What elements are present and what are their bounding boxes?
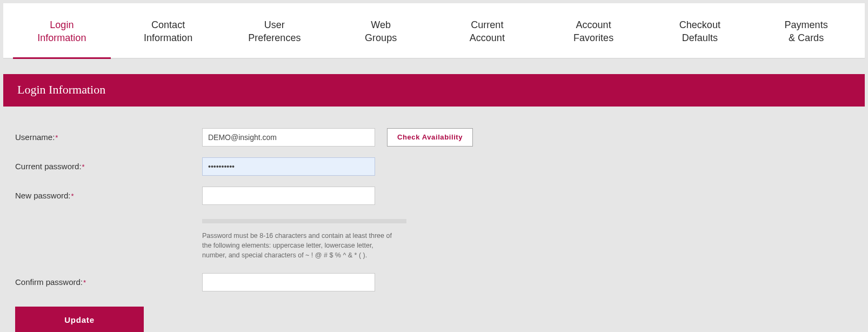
check-availability-button[interactable]: Check Availability: [387, 128, 473, 147]
password-strength-meter: [202, 219, 406, 223]
current-password-label: Current password:*: [3, 162, 202, 171]
tab-user-preferences[interactable]: User Preferences: [222, 3, 328, 58]
tab-payments-cards[interactable]: Payments & Cards: [753, 3, 859, 58]
required-asterisk: *: [83, 278, 86, 287]
username-label: Username:*: [3, 132, 202, 142]
settings-tabs: Login Information Contact Information Us…: [3, 3, 865, 59]
tab-contact-information[interactable]: Contact Information: [115, 3, 222, 58]
confirm-password-label: Confirm password:*: [3, 277, 202, 287]
required-asterisk: *: [55, 134, 58, 142]
password-helper-text: Password must be 8-16 characters and con…: [202, 231, 397, 260]
tab-current-account[interactable]: Current Account: [434, 3, 540, 58]
login-information-form: Username:* Check Availability Current pa…: [3, 107, 865, 332]
tab-checkout-defaults[interactable]: Checkout Defaults: [647, 3, 753, 58]
tab-login-information[interactable]: Login Information: [9, 3, 115, 58]
current-password-input[interactable]: [202, 157, 375, 176]
tab-account-favorites[interactable]: Account Favorites: [540, 3, 647, 58]
new-password-label: New password:*: [3, 191, 202, 200]
confirm-password-input[interactable]: [202, 273, 375, 291]
update-button[interactable]: Update: [15, 307, 144, 332]
required-asterisk: *: [71, 192, 74, 200]
tab-web-groups[interactable]: Web Groups: [328, 3, 434, 58]
required-asterisk: *: [82, 163, 85, 171]
section-title: Login Information: [3, 74, 865, 107]
new-password-input[interactable]: [202, 187, 375, 205]
username-input[interactable]: [202, 128, 375, 147]
